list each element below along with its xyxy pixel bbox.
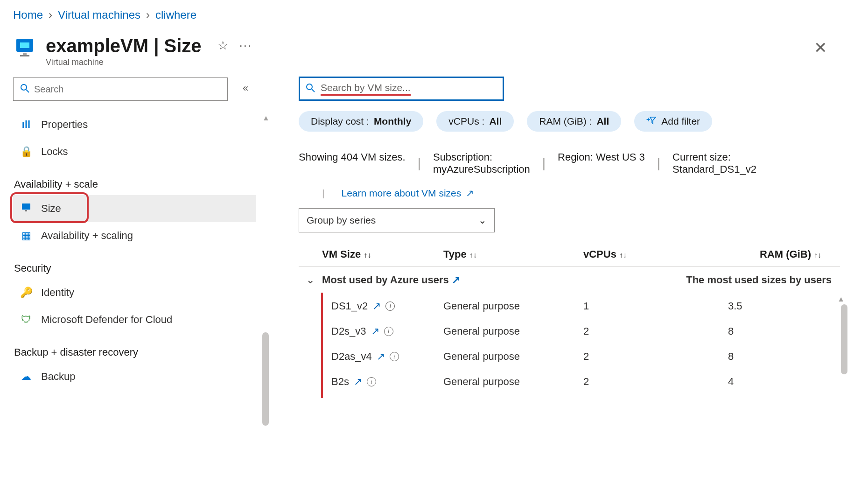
main-scrollbar[interactable] xyxy=(841,304,847,374)
svg-rect-2 xyxy=(23,53,27,55)
sidebar-item-identity[interactable]: 🔑 Identity xyxy=(13,279,256,306)
sidebar-item-label: Locks xyxy=(41,146,68,158)
vm-size-search-placeholder: Search by VM size... xyxy=(321,82,411,96)
trend-up-icon: ↗ xyxy=(354,376,362,388)
sidebar-item-label: Availability + scaling xyxy=(41,230,133,242)
svg-rect-1 xyxy=(20,42,29,48)
chevron-right-icon: › xyxy=(49,8,52,21)
page-subtitle: Virtual machine xyxy=(46,57,202,67)
svg-point-8 xyxy=(307,84,312,90)
sidebar-section-availability-scale: Availability + scale xyxy=(13,165,256,195)
search-icon xyxy=(20,84,29,95)
backup-icon: ☁ xyxy=(20,371,33,383)
breadcrumb-cliwhere[interactable]: cliwhere xyxy=(155,8,196,21)
svg-line-9 xyxy=(312,89,315,92)
group-name: Most used by Azure users xyxy=(322,274,449,286)
trend-up-icon: ↗ xyxy=(452,274,460,286)
sort-icon: ↑↓ xyxy=(364,251,371,260)
learn-more-link[interactable]: Learn more about VM sizes xyxy=(341,188,461,199)
filter-pills: Display cost : Monthly vCPUs : All RAM (… xyxy=(299,111,868,132)
breadcrumb-virtual-machines[interactable]: Virtual machines xyxy=(58,8,140,21)
sidebar-item-backup[interactable]: ☁ Backup xyxy=(13,363,256,390)
trend-up-icon: ↗ xyxy=(371,325,379,337)
annotation-bracket xyxy=(321,293,323,398)
info-band: Showing 404 VM sizes. | Subscription: my… xyxy=(299,151,868,175)
sidebar: « ▲ ıll Properties 🔒 Locks Availability … xyxy=(0,72,261,394)
scroll-up-arrow-icon: ▲ xyxy=(837,295,845,303)
page-title: exampleVM | Size xyxy=(46,35,202,56)
sidebar-item-defender[interactable]: 🛡 Microsoft Defender for Cloud xyxy=(13,306,256,333)
sidebar-item-label: Backup xyxy=(41,371,75,383)
divider: | xyxy=(657,156,660,171)
info-icon[interactable]: i xyxy=(385,302,395,311)
shield-icon: 🛡 xyxy=(20,314,33,326)
col-header-ram[interactable]: RAM (GiB)↑↓ xyxy=(728,248,840,260)
sidebar-item-properties[interactable]: ıll Properties xyxy=(13,111,256,138)
collapse-sidebar-icon[interactable]: « xyxy=(243,82,248,94)
table-row[interactable]: DS1_v2↗i General purpose 1 3.5 xyxy=(299,294,840,319)
divider: | xyxy=(322,188,324,199)
more-menu-icon[interactable]: ··· xyxy=(239,38,252,53)
add-filter-icon: + xyxy=(646,116,657,127)
favorite-star-icon[interactable]: ☆ xyxy=(217,38,228,53)
trend-up-icon: ↗ xyxy=(377,351,385,363)
pill-display-cost[interactable]: Display cost : Monthly xyxy=(299,111,423,132)
sort-icon: ↑↓ xyxy=(619,251,627,260)
divider: | xyxy=(542,156,546,171)
breadcrumb: Home › Virtual machines › cliwhere xyxy=(0,0,868,30)
chevron-right-icon: › xyxy=(146,8,150,21)
group-by-select[interactable]: Group by series ⌄ xyxy=(299,208,495,232)
breadcrumb-home[interactable]: Home xyxy=(13,8,43,21)
vm-size-table: VM Size↑↓ Type↑↓ vCPUs↑↓ RAM (GiB)↑↓ ⌄ M… xyxy=(299,248,840,394)
info-subscription: Subscription: myAzureSubscription xyxy=(433,151,530,175)
sidebar-item-size[interactable]: Size xyxy=(13,195,256,222)
col-header-vcpus[interactable]: vCPUs↑↓ xyxy=(583,248,728,260)
col-header-type[interactable]: Type↑↓ xyxy=(443,248,583,260)
sidebar-item-label: Properties xyxy=(41,119,88,131)
sidebar-item-locks[interactable]: 🔒 Locks xyxy=(13,138,256,165)
table-row[interactable]: D2s_v3↗i General purpose 2 8 xyxy=(299,319,840,344)
group-by-value: Group by series xyxy=(307,215,376,226)
pill-add-filter[interactable]: + Add filter xyxy=(634,111,712,132)
svg-text:+: + xyxy=(646,116,650,123)
sidebar-search[interactable] xyxy=(13,77,228,101)
sidebar-search-input[interactable] xyxy=(34,84,221,95)
svg-rect-7 xyxy=(25,210,27,211)
col-header-vmsize[interactable]: VM Size↑↓ xyxy=(299,248,443,260)
sidebar-item-label: Identity xyxy=(41,287,74,299)
svg-point-4 xyxy=(21,84,27,90)
table-row[interactable]: B2s↗i General purpose 2 4 xyxy=(299,369,840,394)
vm-size-icon xyxy=(20,202,33,215)
table-row[interactable]: D2as_v4↗i General purpose 2 8 xyxy=(299,344,840,369)
close-button[interactable]: ✕ xyxy=(814,38,827,57)
table-group-row[interactable]: ⌄ Most used by Azure users ↗ The most us… xyxy=(299,267,840,294)
sort-icon: ↑↓ xyxy=(469,251,477,260)
divider: | xyxy=(418,156,421,171)
sidebar-item-label: Size xyxy=(41,203,61,215)
sidebar-section-backup-dr: Backup + disaster recovery xyxy=(13,333,256,363)
trend-up-icon: ↗ xyxy=(372,300,381,312)
sidebar-item-availability-scaling[interactable]: ▦ Availability + scaling xyxy=(13,222,256,249)
chevron-down-icon: ⌄ xyxy=(478,215,487,226)
info-region: Region: West US 3 xyxy=(558,151,645,163)
svg-line-5 xyxy=(26,90,29,92)
sidebar-item-label: Microsoft Defender for Cloud xyxy=(41,314,172,326)
key-icon: 🔑 xyxy=(20,287,33,299)
chevron-down-icon: ⌄ xyxy=(299,274,322,286)
vm-size-search[interactable]: Search by VM size... xyxy=(299,77,504,101)
sidebar-section-security: Security xyxy=(13,249,256,279)
info-icon[interactable]: i xyxy=(384,327,393,336)
properties-icon: ıll xyxy=(20,119,33,131)
info-icon[interactable]: i xyxy=(390,352,399,361)
info-showing: Showing 404 VM sizes. xyxy=(299,151,406,163)
svg-rect-3 xyxy=(20,55,29,56)
vm-icon xyxy=(13,35,36,59)
info-icon[interactable]: i xyxy=(367,377,376,386)
svg-rect-6 xyxy=(22,203,30,210)
group-desc: The most used sizes by users xyxy=(686,274,840,286)
sidebar-nav: ▲ ıll Properties 🔒 Locks Availability + … xyxy=(13,111,256,390)
table-header-row: VM Size↑↓ Type↑↓ vCPUs↑↓ RAM (GiB)↑↓ xyxy=(299,248,840,267)
pill-vcpus[interactable]: vCPUs : All xyxy=(436,111,514,132)
pill-ram[interactable]: RAM (GiB) : All xyxy=(527,111,621,132)
page-header: exampleVM | Size Virtual machine ☆ ··· ✕ xyxy=(0,30,868,72)
